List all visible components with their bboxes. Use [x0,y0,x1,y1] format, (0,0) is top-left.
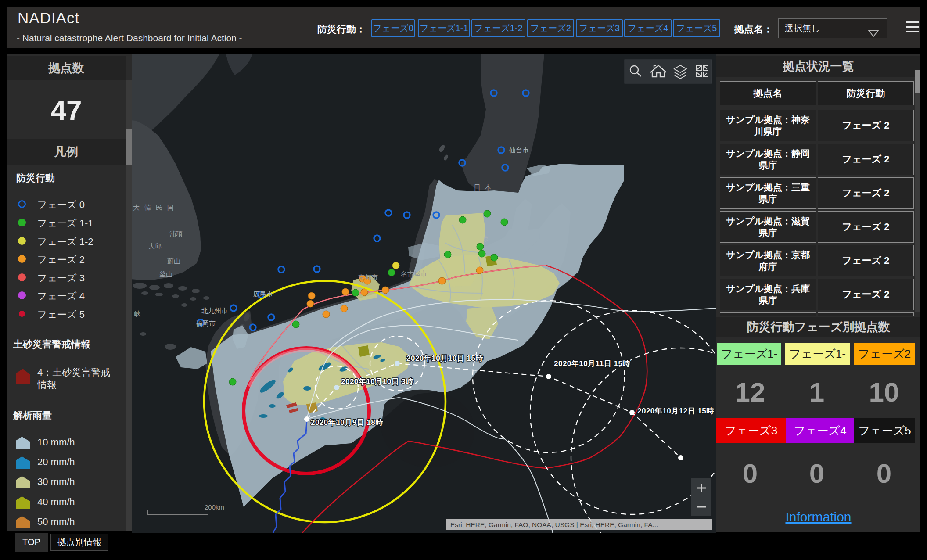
svg-text:2020年10月11日 15時: 2020年10月11日 15時 [554,359,630,368]
svg-text:広島市: 広島市 [253,290,273,298]
svg-text:200km: 200km [205,503,224,511]
svg-text:大邱: 大邱 [148,242,162,250]
svg-text:峡: 峡 [134,310,141,317]
svg-text:京: 京 [483,235,489,242]
svg-text:2020年10月9日 18時: 2020年10月9日 18時 [311,418,383,427]
svg-text:2020年10月10日 3時: 2020年10月10日 3時 [341,377,413,386]
svg-text:蔚山: 蔚山 [167,257,180,265]
svg-text:福岡市: 福岡市 [196,319,216,327]
svg-text:大韓民国: 大韓民国 [133,204,179,211]
svg-text:2020年10月10日 15時: 2020年10月10日 15時 [406,354,483,363]
svg-text:京都市: 京都市 [358,273,378,281]
svg-text:日本: 日本 [474,184,496,191]
svg-text:2020年10月12日 15時: 2020年10月12日 15時 [637,407,714,415]
svg-text:名古屋市: 名古屋市 [401,270,427,277]
svg-text:釜山: 釜山 [159,270,172,278]
svg-text:浦項: 浦項 [169,230,183,237]
svg-text:仙台市: 仙台市 [509,146,529,154]
svg-text:Esri, HERE, Garmin, FAO, NOAA,: Esri, HERE, Garmin, FAO, NOAA, USGS | Es… [450,521,658,528]
svg-text:北九州市: 北九州市 [201,307,228,314]
